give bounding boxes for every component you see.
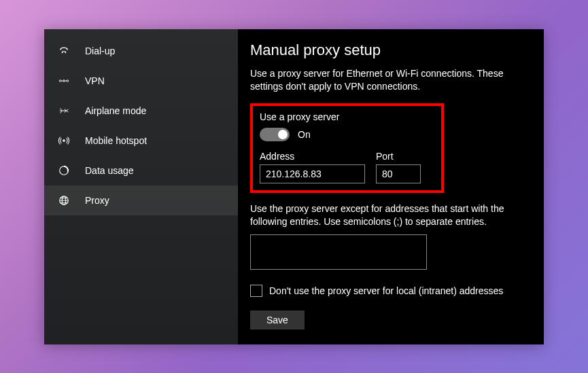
proxy-icon [56, 193, 71, 208]
port-field-group: Port [376, 151, 421, 183]
local-bypass-checkbox[interactable] [250, 285, 262, 297]
port-label: Port [376, 151, 421, 162]
use-proxy-label: Use a proxy server [260, 111, 434, 122]
sidebar-item-datausage[interactable]: Data usage [44, 156, 238, 185]
sidebar-item-dialup[interactable]: Dial-up [44, 36, 238, 66]
sidebar: Dial-up VPN Airplane mode Mobile hotspot [44, 29, 238, 344]
use-proxy-state-text: On [298, 129, 311, 140]
dialup-icon [56, 43, 71, 58]
proxy-fields-row: Address Port [260, 151, 434, 183]
proxy-description: Use a proxy server for Ethernet or Wi-Fi… [250, 67, 532, 94]
proxy-highlight-box: Use a proxy server On Address Port [250, 103, 444, 193]
svg-point-2 [67, 79, 69, 82]
sidebar-item-label: Dial-up [85, 46, 115, 56]
sidebar-item-proxy[interactable]: Proxy [44, 185, 238, 215]
local-bypass-label: Don't use the proxy server for local (in… [269, 285, 503, 296]
save-button[interactable]: Save [250, 310, 305, 330]
sidebar-item-label: VPN [85, 75, 105, 86]
use-proxy-toggle-row: On [260, 128, 434, 141]
sidebar-item-hotspot[interactable]: Mobile hotspot [44, 126, 238, 156]
sidebar-item-label: Mobile hotspot [85, 135, 147, 146]
use-proxy-toggle[interactable] [260, 128, 290, 141]
local-bypass-row: Don't use the proxy server for local (in… [250, 285, 532, 297]
port-input[interactable] [376, 164, 421, 183]
content-pane: Manual proxy setup Use a proxy server fo… [238, 29, 544, 344]
vpn-icon [56, 73, 71, 88]
svg-point-1 [63, 79, 65, 82]
settings-window: Dial-up VPN Airplane mode Mobile hotspot [44, 29, 544, 344]
page-title: Manual proxy setup [250, 41, 532, 59]
address-field-group: Address [260, 151, 365, 183]
datausage-icon [56, 163, 71, 178]
sidebar-item-label: Data usage [85, 165, 134, 176]
airplane-icon [56, 103, 71, 118]
svg-point-3 [63, 139, 65, 141]
sidebar-item-label: Proxy [85, 195, 109, 206]
sidebar-item-vpn[interactable]: VPN [44, 66, 238, 96]
sidebar-item-airplane[interactable]: Airplane mode [44, 96, 238, 126]
svg-point-0 [59, 79, 61, 82]
address-label: Address [260, 151, 365, 162]
exceptions-description: Use the proxy server except for addresse… [250, 202, 532, 229]
exceptions-input[interactable] [250, 234, 427, 270]
address-input[interactable] [260, 164, 365, 183]
hotspot-icon [56, 133, 71, 148]
sidebar-item-label: Airplane mode [85, 105, 146, 116]
